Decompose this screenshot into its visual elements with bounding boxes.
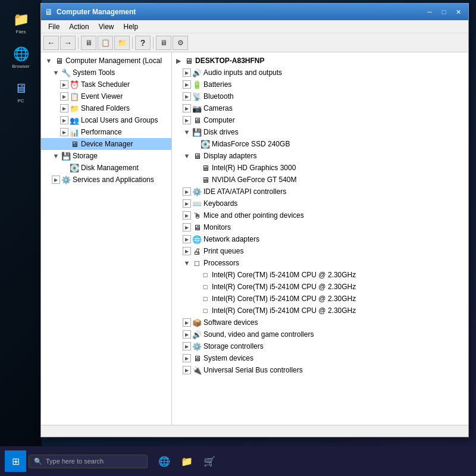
tree-item-services[interactable]: ▶ ⚙️ Services and Applications xyxy=(41,174,171,186)
taskbar-search[interactable]: 🔍 Type here to search xyxy=(29,455,148,468)
icon-usb: 🔌 xyxy=(192,365,202,375)
tree-item-storage[interactable]: ▼ 💾 Storage xyxy=(41,150,171,162)
tree-item-processors[interactable]: ▼ □ Processors xyxy=(172,257,468,269)
tree-item-batteries[interactable]: ▶ 🔋 Batteries xyxy=(172,79,468,90)
expand-audio[interactable]: ▶ xyxy=(183,68,191,77)
tree-item-root[interactable]: ▼ 🖥 Computer Management (Local xyxy=(41,55,171,67)
expand-local-users[interactable]: ▶ xyxy=(60,116,68,124)
tree-item-usb[interactable]: ▶ 🔌 Universal Serial Bus controllers xyxy=(172,364,468,376)
tree-item-hostname[interactable]: ▶ 🖥 DESKTOP-A83HFNP xyxy=(172,55,468,67)
menu-bar: File Action View Help xyxy=(41,20,468,33)
tree-item-performance[interactable]: ▶ 📊 Performance xyxy=(41,126,171,138)
expand-device-manager xyxy=(60,140,68,148)
tree-item-disk-drives[interactable]: ▼ 💾 Disk drives xyxy=(172,126,468,138)
monitor-button[interactable]: 🖥 xyxy=(156,36,171,50)
icon-storage-controllers: ⚙️ xyxy=(192,342,202,351)
expand-disk-drives[interactable]: ▼ xyxy=(183,128,191,136)
forward-button[interactable]: → xyxy=(60,36,76,50)
desktop-icon-label-1: Files xyxy=(16,29,26,35)
tree-item-system-tools[interactable]: ▼ 🔧 System Tools xyxy=(41,67,171,79)
maximize-button[interactable]: □ xyxy=(437,7,450,17)
tree-item-software-devices[interactable]: ▶ 📦 Software devices xyxy=(172,317,468,328)
label-keyboards: Keyboards xyxy=(203,199,237,208)
expand-root[interactable]: ▼ xyxy=(45,57,53,65)
tree-item-network[interactable]: ▶ 🌐 Network adapters xyxy=(172,233,468,245)
tree-item-cpu-2[interactable]: □ Intel(R) Core(TM) i5-2410M CPU @ 2.30G… xyxy=(172,281,468,293)
expand-batteries[interactable]: ▶ xyxy=(183,80,191,89)
tree-item-disk-management[interactable]: 💽 Disk Management xyxy=(41,162,171,174)
manage-button[interactable]: ⚙ xyxy=(173,36,188,50)
tree-item-intel-graphics[interactable]: 🖥 Intel(R) HD Graphics 3000 xyxy=(172,162,468,174)
expand-cameras[interactable]: ▶ xyxy=(183,104,191,112)
expand-bluetooth[interactable]: ▶ xyxy=(183,92,191,101)
expand-system-devices[interactable]: ▶ xyxy=(183,354,191,362)
expand-system-tools[interactable]: ▼ xyxy=(52,68,60,77)
expand-display-adapters[interactable]: ▼ xyxy=(183,152,191,160)
taskbar-folder-icon[interactable]: 📁 xyxy=(177,452,196,471)
computer-button[interactable]: 🖥 xyxy=(81,36,96,50)
close-button[interactable]: ✕ xyxy=(452,7,465,17)
tree-item-ssd[interactable]: 💽 MidasForce SSD 240GB xyxy=(172,138,468,150)
back-button[interactable]: ← xyxy=(43,36,59,50)
tree-item-system-devices[interactable]: ▶ 🖥 System devices xyxy=(172,352,468,364)
toolbar-sep-3 xyxy=(153,37,154,49)
icon-cpu-2: □ xyxy=(201,282,210,292)
tree-item-storage-controllers[interactable]: ▶ ⚙️ Storage controllers xyxy=(172,340,468,352)
tree-item-event-viewer[interactable]: ▶ 📋 Event Viewer xyxy=(41,90,171,102)
tree-item-nvidia[interactable]: 🖥 NVIDIA GeForce GT 540M xyxy=(172,174,468,186)
tree-item-monitors[interactable]: ▶ 🖥 Monitors xyxy=(172,221,468,233)
tree-item-shared-folders[interactable]: ▶ 📁 Shared Folders xyxy=(41,102,171,114)
expand-usb[interactable]: ▶ xyxy=(183,366,191,374)
expand-computer[interactable]: ▶ xyxy=(183,116,191,124)
expand-mice[interactable]: ▶ xyxy=(183,211,191,220)
tree-item-cpu-3[interactable]: □ Intel(R) Core(TM) i5-2410M CPU @ 2.30G… xyxy=(172,293,468,305)
expand-cpu-1 xyxy=(191,271,199,279)
expand-task-scheduler[interactable]: ▶ xyxy=(60,80,68,89)
expand-hostname[interactable]: ▶ xyxy=(174,57,183,65)
expand-storage-controllers[interactable]: ▶ xyxy=(183,342,191,350)
menu-action[interactable]: Action xyxy=(64,21,93,32)
properties-button[interactable]: 📋 xyxy=(98,36,113,50)
tree-item-keyboards[interactable]: ▶ ⌨️ Keyboards xyxy=(172,198,468,209)
expand-performance[interactable]: ▶ xyxy=(60,128,68,136)
taskbar-edge-icon[interactable]: 🌐 xyxy=(155,452,174,471)
tree-item-cpu-1[interactable]: □ Intel(R) Core(TM) i5-2410M CPU @ 2.30G… xyxy=(172,269,468,281)
expand-keyboards[interactable]: ▶ xyxy=(183,199,191,208)
desktop-icon-3[interactable]: 🖥 PC xyxy=(5,81,37,104)
tree-item-sound[interactable]: ▶ 🔊 Sound, video and game controllers xyxy=(172,328,468,340)
expand-event-viewer[interactable]: ▶ xyxy=(60,92,68,101)
tree-item-bluetooth[interactable]: ▶ 📡 Bluetooth xyxy=(172,90,468,102)
desktop-icon-1[interactable]: 📁 Files xyxy=(5,12,37,35)
expand-network[interactable]: ▶ xyxy=(183,235,191,243)
expand-services[interactable]: ▶ xyxy=(52,176,60,184)
desktop-icon-2[interactable]: 🌐 Browser xyxy=(5,46,37,69)
expand-sound[interactable]: ▶ xyxy=(183,330,191,339)
tree-item-computer[interactable]: ▶ 🖥 Computer xyxy=(172,114,468,126)
expand-shared-folders[interactable]: ▶ xyxy=(60,104,68,112)
help-button[interactable]: ? xyxy=(135,36,151,50)
expand-monitors[interactable]: ▶ xyxy=(183,223,191,231)
menu-view[interactable]: View xyxy=(94,21,119,32)
minimize-button[interactable]: ─ xyxy=(423,7,436,17)
tree-item-task-scheduler[interactable]: ▶ ⏰ Task Scheduler xyxy=(41,79,171,90)
tree-item-cameras[interactable]: ▶ 📷 Cameras xyxy=(172,102,468,114)
tree-item-cpu-4[interactable]: □ Intel(R) Core(TM) i5-2410M CPU @ 2.30G… xyxy=(172,305,468,317)
tree-item-print[interactable]: ▶ 🖨 Print queues xyxy=(172,245,468,257)
tree-item-ide[interactable]: ▶ ⚙️ IDE ATA/ATAPI controllers xyxy=(172,186,468,198)
menu-help[interactable]: Help xyxy=(119,21,143,32)
start-button[interactable]: ⊞ xyxy=(5,450,26,472)
label-disk-management: Disk Management xyxy=(81,164,139,172)
expand-software-devices[interactable]: ▶ xyxy=(183,318,191,327)
tree-item-local-users[interactable]: ▶ 👥 Local Users and Groups xyxy=(41,114,171,126)
expand-storage[interactable]: ▼ xyxy=(52,152,60,160)
folder-button[interactable]: 📁 xyxy=(114,36,130,50)
taskbar-store-icon[interactable]: 🛒 xyxy=(200,452,219,471)
tree-item-display-adapters[interactable]: ▼ 🖥 Display adapters xyxy=(172,150,468,162)
menu-file[interactable]: File xyxy=(43,21,64,32)
tree-item-device-manager[interactable]: 🖥 Device Manager xyxy=(41,138,171,150)
expand-ide[interactable]: ▶ xyxy=(183,187,191,196)
tree-item-mice[interactable]: ▶ 🖱 Mice and other pointing devices xyxy=(172,209,468,221)
expand-processors[interactable]: ▼ xyxy=(183,259,191,267)
expand-print[interactable]: ▶ xyxy=(183,247,191,255)
tree-item-audio[interactable]: ▶ 🔊 Audio inputs and outputs xyxy=(172,67,468,79)
